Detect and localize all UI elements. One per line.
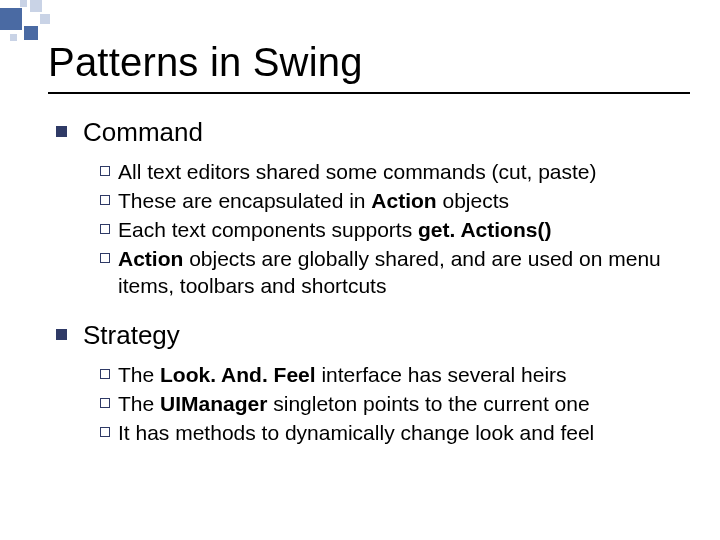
list-item: Each text components supports get. Actio… [100,216,690,243]
bullet-group: All text editors shared some commands (c… [100,158,690,299]
list-item: It has methods to dynamically change loo… [100,419,690,446]
title-rule [48,92,690,94]
bullet-text: It has methods to dynamically change loo… [118,419,594,446]
hollow-square-icon [100,166,110,176]
list-item: These are encapsulated in Action objects [100,187,690,214]
hollow-square-icon [100,253,110,263]
list-item: All text editors shared some commands (c… [100,158,690,185]
hollow-square-icon [100,398,110,408]
square-bullet-icon [56,126,67,137]
section-heading: Strategy [56,319,690,351]
list-item: The Look. And. Feel interface has severa… [100,361,690,388]
heading-text: Strategy [83,319,180,351]
bullet-text: All text editors shared some commands (c… [118,158,597,185]
hollow-square-icon [100,369,110,379]
bullet-group: The Look. And. Feel interface has severa… [100,361,690,446]
list-item: The UIManager singleton points to the cu… [100,390,690,417]
slide-title: Patterns in Swing [48,40,363,85]
bullet-text: Each text components supports get. Actio… [118,216,551,243]
section-heading: Command [56,116,690,148]
hollow-square-icon [100,195,110,205]
list-item: Action objects are globally shared, and … [100,245,690,299]
hollow-square-icon [100,224,110,234]
bullet-text: These are encapsulated in Action objects [118,187,509,214]
slide-content: Command All text editors shared some com… [56,112,690,466]
square-bullet-icon [56,329,67,340]
bullet-text: Action objects are globally shared, and … [118,245,690,299]
heading-text: Command [83,116,203,148]
bullet-text: The UIManager singleton points to the cu… [118,390,590,417]
hollow-square-icon [100,427,110,437]
bullet-text: The Look. And. Feel interface has severa… [118,361,567,388]
